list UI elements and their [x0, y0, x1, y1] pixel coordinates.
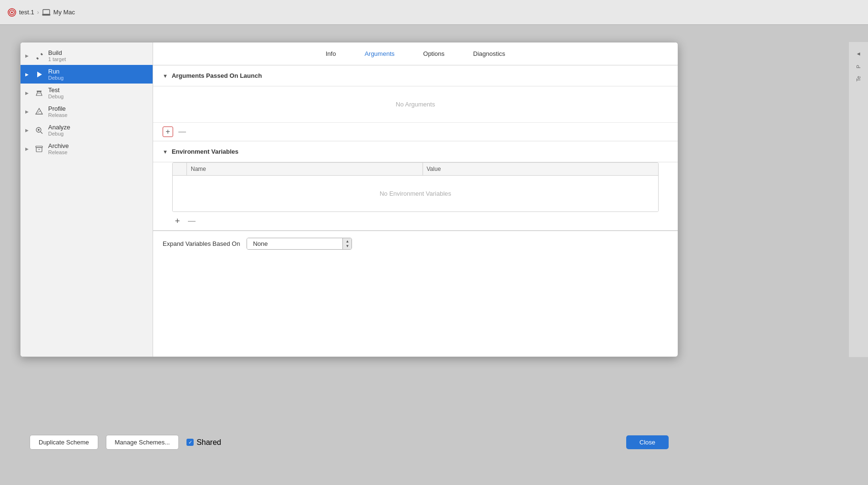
remove-env-button[interactable]: — — [186, 216, 197, 226]
svg-line-6 — [38, 111, 41, 113]
duplicate-scheme-button[interactable]: Duplicate Scheme — [30, 435, 98, 450]
svg-point-9 — [38, 129, 40, 131]
svg-rect-3 — [43, 10, 50, 14]
sidebar-arrow-test: ▶ — [25, 91, 30, 95]
profile-subtitle: Release — [48, 112, 67, 118]
profile-icon — [34, 106, 44, 117]
right-panel-tab-1[interactable]: ► — [856, 52, 861, 57]
arguments-add-remove-bar: + — — [153, 122, 678, 141]
arguments-section-header: ▼ Arguments Passed On Launch — [153, 65, 678, 86]
svg-marker-5 — [37, 72, 42, 77]
build-subtitle: 1 target — [48, 56, 66, 62]
right-panel-tab-3[interactable]: Te — [856, 76, 861, 82]
add-argument-icon: + — [165, 127, 170, 136]
env-col-value: Value — [423, 163, 659, 175]
arguments-section-title: Arguments Passed On Launch — [172, 72, 262, 79]
sidebar-arrow-analyze: ▶ — [25, 128, 30, 133]
env-table-body: No Environment Variables — [173, 176, 658, 211]
sidebar-item-profile[interactable]: ▶ Profile Release — [21, 102, 153, 121]
breadcrumb-chevron: › — [37, 9, 39, 16]
sidebar-arrow-profile: ▶ — [25, 109, 30, 114]
add-argument-button[interactable]: + — [163, 127, 173, 137]
arrow-down-icon: ▼ — [345, 244, 349, 248]
sidebar-arrow-archive: ▶ — [25, 147, 30, 151]
build-text: Build 1 target — [48, 49, 66, 62]
expand-select-arrows[interactable]: ▲ ▼ — [342, 238, 351, 249]
tab-options[interactable]: Options — [423, 48, 444, 59]
env-table-header: Name Value — [173, 163, 658, 176]
archive-text: Archive Release — [48, 142, 69, 155]
add-env-button[interactable]: + — [172, 216, 183, 226]
shared-checkbox-container[interactable]: ✓ Shared — [186, 438, 221, 447]
add-env-icon: + — [175, 216, 180, 226]
profile-text: Profile Release — [48, 105, 67, 118]
archive-subtitle: Release — [48, 149, 69, 155]
target-icon — [8, 8, 16, 17]
scheme-editor-dialog: ▶ Build 1 target ▶ — [20, 42, 678, 357]
test-subtitle: Debug — [48, 94, 63, 99]
dialog-body: ▶ Build 1 target ▶ — [21, 42, 678, 357]
sidebar-arrow-build: ▶ — [25, 53, 30, 58]
env-section-title: Environment Variables — [172, 148, 238, 155]
expand-variables-bar: Expand Variables Based On None ▲ ▼ — [153, 231, 678, 256]
tab-diagnostics[interactable]: Diagnostics — [473, 48, 505, 59]
env-section: ▼ Environment Variables Name Value No En… — [153, 141, 678, 231]
title-bar: test.1 › My Mac — [0, 0, 868, 25]
analyze-subtitle: Debug — [48, 131, 70, 137]
svg-point-2 — [11, 11, 13, 13]
env-col-checkbox — [173, 163, 187, 175]
right-panel: ► P Te — [849, 42, 868, 357]
breadcrumb: test.1 › My Mac — [8, 8, 75, 17]
env-add-remove-bar: + — — [153, 212, 678, 230]
build-title: Build — [48, 49, 66, 56]
env-section-header: ▼ Environment Variables — [153, 141, 678, 162]
test-icon — [34, 88, 44, 98]
test-title: Test — [48, 86, 63, 94]
svg-line-8 — [41, 132, 42, 134]
laptop-icon — [42, 9, 51, 16]
sidebar-item-analyze[interactable]: ▶ Analyze Debug — [21, 121, 153, 139]
sidebar-item-run[interactable]: ▶ Run Debug — [21, 65, 153, 84]
expand-select-value: None — [247, 238, 342, 249]
svg-rect-4 — [42, 14, 50, 15]
target-name: test.1 — [19, 9, 34, 16]
no-arguments-text: No Arguments — [153, 86, 678, 122]
sidebar-arrow-run: ▶ — [25, 72, 30, 77]
tab-info[interactable]: Info — [326, 48, 336, 59]
env-table: Name Value No Environment Variables — [172, 162, 659, 212]
arguments-triangle: ▼ — [163, 73, 168, 79]
sidebar-item-build[interactable]: ▶ Build 1 target — [21, 46, 153, 65]
archive-title: Archive — [48, 142, 69, 149]
sidebar-item-archive[interactable]: ▶ Archive Release — [21, 139, 153, 158]
shared-checkbox[interactable]: ✓ — [186, 439, 194, 446]
run-title: Run — [48, 68, 63, 75]
env-triangle: ▼ — [163, 149, 168, 155]
analyze-icon — [34, 125, 44, 136]
arrow-up-icon: ▲ — [345, 239, 349, 243]
remove-argument-icon: — — [178, 127, 186, 136]
right-panel-tab-2[interactable]: P — [856, 65, 861, 68]
expand-select[interactable]: None ▲ ▼ — [247, 238, 352, 250]
main-content: Info Arguments Options Diagnostics ▼ Arg… — [153, 42, 678, 357]
tab-arguments[interactable]: Arguments — [364, 48, 394, 59]
remove-env-icon: — — [188, 217, 196, 225]
archive-icon — [34, 144, 44, 154]
run-text: Run Debug — [48, 68, 63, 81]
profile-title: Profile — [48, 105, 67, 112]
tab-bar: Info Arguments Options Diagnostics — [153, 42, 678, 65]
content-area: ▼ Arguments Passed On Launch No Argument… — [153, 65, 678, 357]
analyze-text: Analyze Debug — [48, 124, 70, 137]
manage-schemes-button[interactable]: Manage Schemes... — [106, 435, 179, 450]
remove-argument-button[interactable]: — — [177, 127, 187, 137]
analyze-title: Analyze — [48, 124, 70, 131]
machine-name: My Mac — [53, 9, 75, 16]
run-icon — [34, 69, 44, 80]
close-button[interactable]: Close — [626, 435, 669, 449]
env-col-name: Name — [187, 163, 423, 175]
no-env-text: No Environment Variables — [380, 176, 451, 211]
sidebar: ▶ Build 1 target ▶ — [21, 42, 153, 357]
build-icon — [34, 51, 44, 61]
arguments-section: ▼ Arguments Passed On Launch No Argument… — [153, 65, 678, 141]
shared-label: Shared — [196, 438, 221, 447]
sidebar-item-test[interactable]: ▶ Test Debug — [21, 84, 153, 102]
